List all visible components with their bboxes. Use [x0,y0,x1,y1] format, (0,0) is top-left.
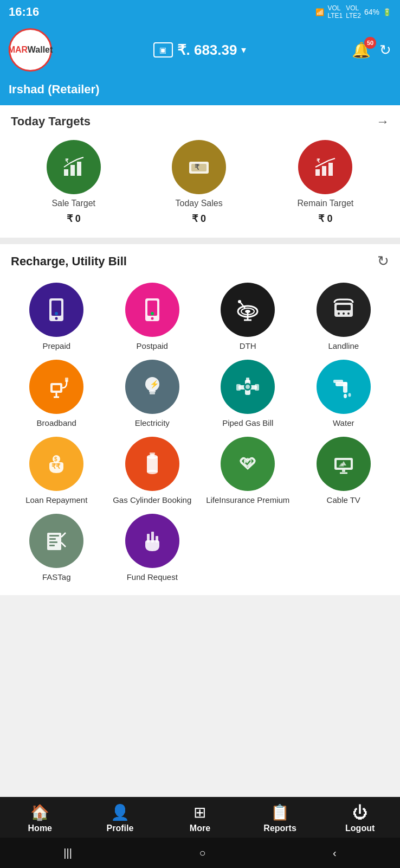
service-cable-tv[interactable]: Cable TV [298,437,390,505]
electricity-label: Electricity [135,418,170,428]
bottom-spacer [0,595,400,671]
targets-header: Today Targets → [11,114,389,129]
service-prepaid[interactable]: Prepaid [11,283,102,351]
dth-label: DTH [240,341,256,351]
android-home-icon[interactable]: ○ [199,847,205,859]
fund-request-label: Fund Request [127,572,178,582]
svg-rect-71 [49,538,56,540]
svg-point-33 [347,312,350,315]
logo-mar: MAR [8,45,28,54]
reload-icon[interactable]: ↻ [377,253,389,270]
notification-badge: 50 [364,37,376,49]
service-water[interactable]: Water [298,360,390,428]
piped-gas-label: Piped Gas Bill [222,418,273,428]
svg-point-32 [343,312,345,315]
svg-rect-62 [150,452,155,455]
target-sale[interactable]: ₹ Sale Target ₹ 0 [47,140,101,225]
logo: MARWallet [9,28,52,72]
target-sale-icon: ₹ [47,140,101,194]
svg-point-31 [338,312,340,315]
svg-point-46 [246,385,250,389]
refresh-icon[interactable]: ↻ [379,42,391,59]
recharge-section: Recharge, Utility Bill ↻ Prepaid [0,244,400,595]
home-icon: 🏠 [30,803,49,821]
svg-rect-47 [246,378,249,382]
svg-text:$: $ [54,456,57,462]
service-electricity[interactable]: ⚡ Electricity [107,360,198,428]
cable-tv-label: Cable TV [327,495,360,505]
svg-text:₹₹: ₹₹ [51,462,61,470]
svg-rect-70 [49,535,59,537]
nav-reports[interactable]: 📋 Reports [240,803,320,833]
target-remain[interactable]: ₹ Remain Target ₹ 0 [298,140,354,225]
landline-icon [317,283,371,337]
svg-rect-41 [150,392,155,394]
postpaid-icon [125,283,179,337]
header-actions: 🔔 50 ↻ [352,41,391,59]
target-remain-value: ₹ 0 [318,213,332,225]
signal-lte2-icon: VOLLTE2 [346,4,361,20]
gas-cylinder-icon [125,437,179,491]
svg-rect-40 [149,390,156,392]
section-divider [0,238,400,244]
status-icons: 📶 VOLLTE1 VOLLTE2 64% 🔋 [315,4,391,20]
svg-rect-3 [77,162,81,176]
service-postpaid[interactable]: Postpaid [107,283,198,351]
nav-home[interactable]: 🏠 Home [0,803,80,833]
svg-rect-10 [315,169,320,176]
svg-text:₹: ₹ [65,158,69,164]
fastag-label: FASTag [42,572,71,582]
svg-rect-38 [65,378,68,382]
header: MARWallet ▣ ₹. 683.39 ▾ 🔔 50 ↻ [0,24,400,82]
loan-icon: ₹₹ $ [29,437,83,491]
profile-icon: 👤 [111,803,130,821]
service-life-insurance[interactable]: LifeInsurance Premium [202,437,294,505]
sale-target-svg: ₹ [59,152,89,182]
android-back-icon[interactable]: ‹ [333,847,337,859]
wallet-icon: ▣ [153,42,173,58]
today-sales-svg: ₹ [184,152,214,182]
service-fastag[interactable]: FASTag [11,514,102,582]
nav-logout[interactable]: ⏻ Logout [320,803,400,833]
nav-more[interactable]: ⊞ More [160,803,240,833]
service-fund-request[interactable]: Fund Request [107,514,198,582]
fastag-icon [29,514,83,568]
nav-more-label: More [190,824,210,833]
service-dth[interactable]: DTH [202,283,294,351]
nav-profile[interactable]: 👤 Profile [80,803,160,833]
svg-point-28 [238,300,241,303]
cable-tv-icon [317,437,371,491]
svg-point-53 [344,394,347,398]
target-today-sales[interactable]: ₹ Today Sales ₹ 0 [172,140,226,225]
svg-rect-72 [49,541,57,543]
service-broadband[interactable]: Broadband [11,360,102,428]
svg-rect-51 [343,382,347,393]
svg-text:⚡: ⚡ [150,380,159,389]
svg-rect-30 [337,305,351,310]
service-landline[interactable]: Landline [298,283,390,351]
target-today-sales-value: ₹ 0 [192,213,206,225]
service-gas-cylinder[interactable]: Gas Cylinder Booking [107,437,198,505]
service-loan[interactable]: ₹₹ $ Loan Repayment [11,437,102,505]
targets-grid: ₹ Sale Target ₹ 0 ₹ Today Sales ₹ 0 [11,140,389,225]
balance-dropdown[interactable]: ▾ [241,44,246,56]
svg-rect-11 [322,166,326,176]
balance-amount[interactable]: ₹. 683.39 [177,42,237,59]
svg-rect-49 [255,384,259,391]
target-sale-value: ₹ 0 [67,213,81,225]
water-icon [317,360,371,414]
svg-rect-2 [70,165,75,176]
targets-arrow[interactable]: → [376,114,389,129]
notification-bell[interactable]: 🔔 50 [352,41,371,59]
svg-rect-73 [49,545,55,546]
signal-lte1-icon: VOLLTE1 [327,4,343,20]
target-today-sales-label: Today Sales [176,199,223,208]
svg-rect-76 [147,534,150,542]
wifi-icon: 📶 [315,8,324,16]
status-bar: 16:16 📶 VOLLTE1 VOLLTE2 64% 🔋 [0,0,400,24]
svg-point-54 [348,393,351,397]
service-piped-gas[interactable]: Piped Gas Bill [202,360,294,428]
svg-text:₹: ₹ [317,158,320,164]
android-recent-icon[interactable]: ||| [63,847,72,859]
header-center: ▣ ₹. 683.39 ▾ [61,42,339,59]
